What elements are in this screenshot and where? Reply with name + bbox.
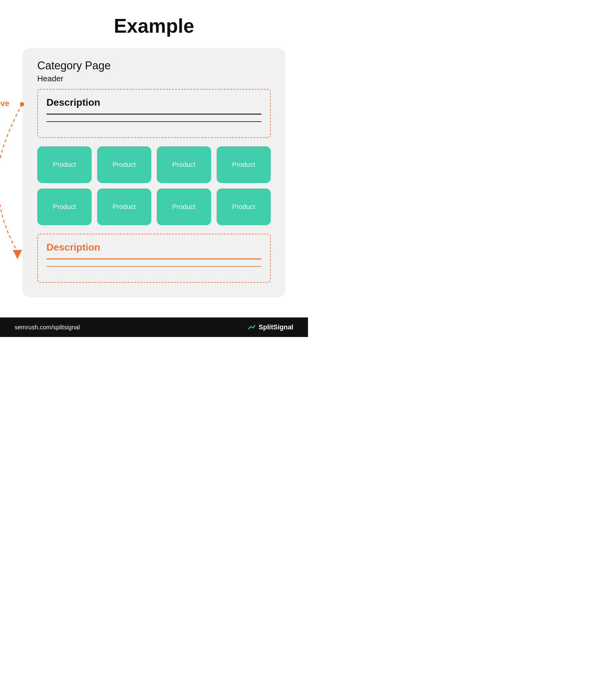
- footer-url: semrush.com/splitsignal: [15, 324, 80, 331]
- product-grid: Product Product Product Product Product …: [37, 146, 271, 225]
- move-label: Move: [0, 99, 9, 108]
- description-box-bottom: Description: [37, 234, 271, 283]
- desc-line-2-top: [46, 121, 262, 122]
- desc-line-1-bottom: [46, 258, 262, 259]
- footer-brand: SplitSignal: [247, 323, 293, 332]
- footer-brand-name: SplitSignal: [259, 323, 293, 331]
- header-label: Header: [37, 74, 271, 83]
- product-card-2: Product: [97, 146, 151, 183]
- product-card-4: Product: [217, 146, 271, 183]
- page-title: Example: [114, 15, 194, 37]
- category-page-card: Category Page Header Description Product…: [23, 48, 285, 297]
- description-title-bottom: Description: [46, 242, 262, 253]
- splitsignal-icon: [247, 323, 256, 332]
- footer: semrush.com/splitsignal SplitSignal: [0, 318, 308, 337]
- desc-line-1-top: [46, 114, 262, 115]
- product-card-7: Product: [157, 189, 211, 225]
- product-card-8: Product: [217, 189, 271, 225]
- category-page-title: Category Page: [37, 59, 271, 72]
- product-card-6: Product: [97, 189, 151, 225]
- product-card-1: Product: [37, 146, 92, 183]
- product-card-5: Product: [37, 189, 92, 225]
- product-card-3: Product: [157, 146, 211, 183]
- desc-line-2-bottom: [46, 266, 262, 267]
- svg-marker-1: [13, 250, 22, 259]
- description-title-top: Description: [46, 97, 262, 108]
- description-box-top: Description: [37, 89, 271, 138]
- diagram-wrapper: Move Category Page Header Description Pr…: [23, 48, 285, 297]
